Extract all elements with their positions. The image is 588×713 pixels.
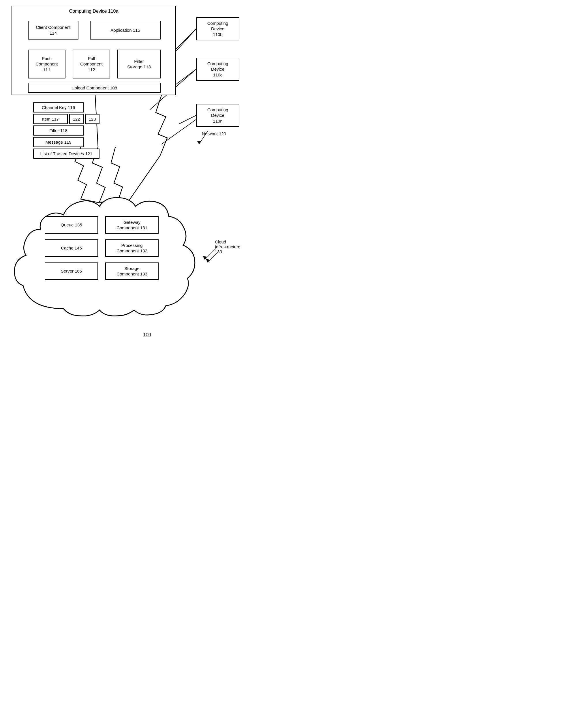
item-box: Item 117	[33, 114, 68, 124]
network-label: Network 120	[202, 131, 226, 136]
application-box: Application 115	[90, 21, 161, 40]
svg-line-11	[208, 252, 218, 263]
svg-line-10	[162, 116, 202, 144]
queue-label: Queue 135	[61, 222, 82, 228]
box-123: 123	[85, 114, 100, 124]
computing-device-110a-label: Computing Device 110a	[69, 9, 119, 14]
cache-box: Cache 145	[45, 239, 98, 257]
message-box: Message 119	[33, 137, 84, 147]
svg-marker-5	[197, 141, 201, 144]
server-label: Server 165	[61, 268, 82, 274]
trusted-devices-box: List of Trusted Devices 121	[33, 149, 100, 159]
processing-label: ProcessingComponent 132	[117, 243, 147, 254]
application-label: Application 115	[110, 27, 140, 33]
storage-label: StorageComponent 133	[117, 266, 147, 277]
client-component-label: Client Component114	[36, 24, 70, 36]
box-123-label: 123	[88, 116, 96, 122]
cache-label: Cache 145	[61, 245, 82, 251]
push-component-box: PushComponent111	[28, 49, 65, 79]
item-label: Item 117	[42, 116, 59, 122]
figure-number: 100	[143, 332, 151, 337]
box-122-label: 122	[73, 116, 80, 122]
upload-component-box: Upload Component 108	[28, 83, 161, 93]
pull-component-box: PullComponent112	[73, 49, 110, 79]
server-box: Server 165	[45, 263, 98, 280]
gateway-label: GatewayComponent 131	[117, 219, 147, 231]
filter-storage-label: FilterStorage 113	[127, 59, 151, 70]
box-122: 122	[69, 114, 84, 124]
computing-device-110c-label: ComputingDevice110c	[207, 61, 228, 78]
processing-box: ProcessingComponent 132	[105, 239, 159, 257]
computing-device-110n-box: ComputingDevice110n	[196, 104, 239, 127]
upload-component-label: Upload Component 108	[71, 85, 117, 91]
channel-key-label: Channel Key 116	[42, 105, 75, 110]
svg-line-3	[179, 116, 196, 124]
channel-key-box: Channel Key 116	[33, 102, 84, 112]
svg-line-2	[173, 69, 196, 86]
computing-device-110c-box: ComputingDevice110c	[196, 58, 239, 81]
filter-box: Filter 118	[33, 125, 84, 135]
message-label: Message 119	[45, 139, 71, 145]
push-component-label: PushComponent111	[36, 56, 58, 73]
filter-storage-box: FilterStorage 113	[118, 49, 161, 79]
client-component-box: Client Component114	[28, 21, 79, 40]
computing-device-110b-box: ComputingDevice110b	[196, 17, 239, 40]
trusted-devices-label: List of Trusted Devices 121	[40, 151, 92, 156]
pull-component-label: PullComponent112	[80, 56, 103, 73]
computing-device-110a-box: Computing Device 110a Client Component11…	[12, 6, 176, 95]
svg-marker-12	[206, 259, 209, 263]
computing-device-110n-label: ComputingDevice110n	[207, 107, 228, 124]
storage-box: StorageComponent 133	[105, 263, 159, 280]
cloud-infra-arrow	[202, 251, 225, 265]
filter-label: Filter 118	[49, 128, 67, 133]
gateway-box: GatewayComponent 131	[105, 216, 159, 234]
queue-box: Queue 135	[45, 216, 98, 234]
computing-device-110b-label: ComputingDevice110b	[207, 20, 228, 38]
